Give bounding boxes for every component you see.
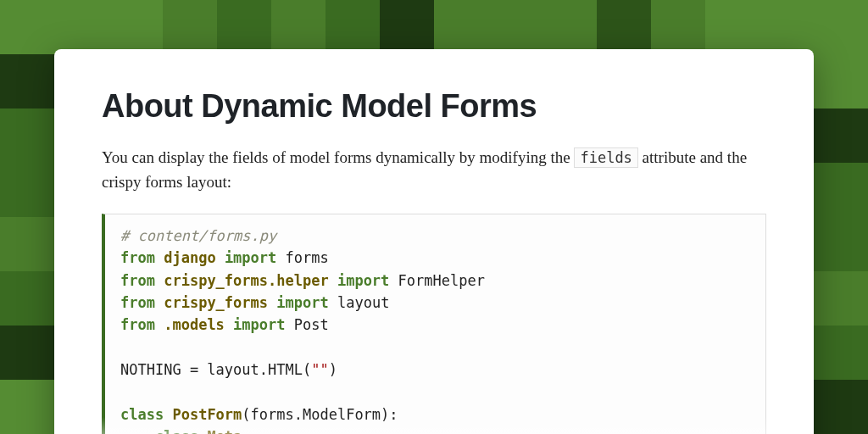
intro-text-before: You can display the fields of model form… — [102, 148, 574, 166]
intro-paragraph: You can display the fields of model form… — [102, 145, 766, 195]
code-comment: # content/forms.py — [120, 227, 276, 244]
article-card: About Dynamic Model Forms You can displa… — [54, 49, 814, 434]
page-title: About Dynamic Model Forms — [102, 88, 766, 125]
code-block: # content/forms.py from django import fo… — [102, 214, 766, 434]
inline-code-fields: fields — [574, 147, 637, 168]
